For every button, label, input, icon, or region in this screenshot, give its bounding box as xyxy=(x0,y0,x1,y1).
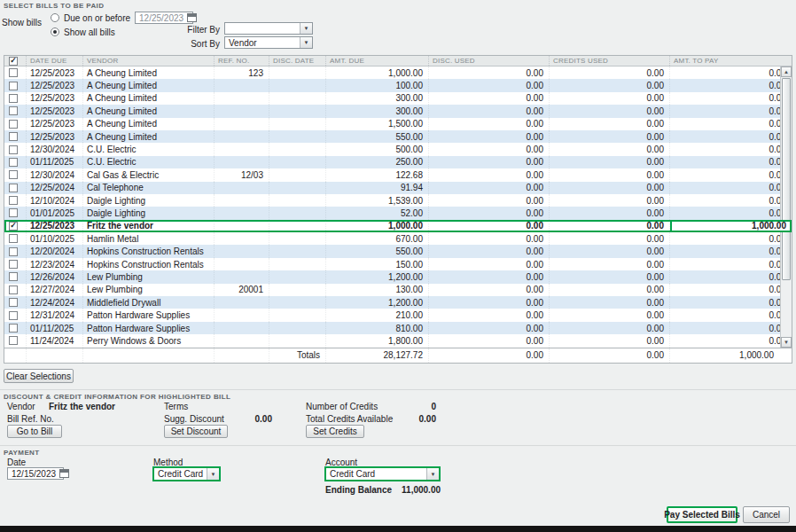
table-row[interactable]: 12/20/2024 Hopkins Construction Rentals … xyxy=(4,245,792,257)
cell-amt-to-pay[interactable]: 0.00 xyxy=(669,130,792,143)
row-checkbox[interactable] xyxy=(9,336,18,345)
cell-amt-to-pay[interactable]: 0.00 xyxy=(669,182,792,194)
row-checkbox[interactable] xyxy=(9,68,18,77)
cell-date-due: 12/26/2024 xyxy=(26,270,82,283)
cell-amt-to-pay[interactable]: 0.00 xyxy=(669,334,792,347)
table-row[interactable]: 12/31/2024 Patton Hardware Supplies 210.… xyxy=(4,309,792,321)
cell-amt-to-pay[interactable]: 0.00 xyxy=(669,79,792,91)
table-row[interactable]: 01/11/2025 Patton Hardware Supplies 810.… xyxy=(4,322,792,334)
row-checkbox[interactable] xyxy=(9,170,18,179)
table-row[interactable]: 12/25/2024 Cal Telephone 91.94 0.00 0.00… xyxy=(4,182,792,194)
row-checkbox[interactable] xyxy=(9,82,18,90)
row-checkbox[interactable] xyxy=(9,184,18,192)
cell-amt-due: 1,200.00 xyxy=(325,296,428,309)
table-row[interactable]: 12/25/2023 A Cheung Limited 1,500.00 0.0… xyxy=(4,118,792,130)
table-row[interactable]: 12/24/2024 Middlefield Drywall 1,200.00 … xyxy=(4,296,792,309)
cell-amt-to-pay[interactable]: 0.00 xyxy=(669,309,792,321)
cell-amt-to-pay[interactable]: 0.00 xyxy=(669,194,792,207)
table-scrollbar[interactable]: ▲ ▼ xyxy=(780,66,792,348)
cell-credits-used: 0.00 xyxy=(549,309,669,321)
row-checkbox[interactable] xyxy=(9,272,18,281)
set-discount-button[interactable]: Set Discount xyxy=(164,425,228,438)
cell-amt-to-pay[interactable]: 0.00 xyxy=(669,92,792,105)
row-checkbox[interactable] xyxy=(9,222,18,231)
row-checkbox[interactable] xyxy=(9,106,18,115)
chevron-down-icon[interactable]: ▼ xyxy=(300,23,312,34)
calendar-icon[interactable] xyxy=(187,13,197,22)
cell-amt-to-pay[interactable]: 0.00 xyxy=(669,245,792,257)
show-all-bills-radio[interactable] xyxy=(51,27,59,36)
cell-amt-to-pay[interactable]: 0.00 xyxy=(669,156,792,168)
cell-amt-to-pay[interactable]: 0.00 xyxy=(669,258,792,270)
cell-amt-to-pay[interactable]: 0.00 xyxy=(669,105,792,117)
scroll-up-icon[interactable]: ▲ xyxy=(781,66,792,77)
cell-amt-to-pay[interactable]: 0.00 xyxy=(669,143,792,155)
calendar-icon[interactable] xyxy=(59,469,69,478)
chevron-down-icon[interactable]: ▼ xyxy=(207,468,219,480)
payment-method-dropdown[interactable]: Credit Card ▼ xyxy=(152,466,221,481)
row-checkbox[interactable] xyxy=(9,120,18,129)
payment-date-input[interactable]: 12/15/2023 xyxy=(7,467,64,480)
table-row[interactable]: 12/23/2024 Hopkins Construction Rentals … xyxy=(4,258,792,270)
table-row[interactable]: 01/11/2025 C.U. Electric 250.00 0.00 0.0… xyxy=(4,156,792,168)
scroll-down-icon[interactable]: ▼ xyxy=(781,337,792,348)
row-checkbox[interactable] xyxy=(9,145,18,154)
cell-amt-to-pay[interactable]: 0.00 xyxy=(669,270,792,283)
cell-vendor: Middlefield Drywall xyxy=(82,296,214,309)
row-checkbox[interactable] xyxy=(9,247,18,256)
row-checkbox[interactable] xyxy=(9,196,18,205)
cell-amt-to-pay[interactable]: 0.00 xyxy=(669,168,792,181)
cell-amt-to-pay[interactable]: 0.00 xyxy=(669,207,792,219)
table-row[interactable]: 12/26/2024 Lew Plumbing 1,200.00 0.00 0.… xyxy=(4,270,792,283)
filter-by-dropdown[interactable]: ▼ xyxy=(224,22,313,35)
row-checkbox[interactable] xyxy=(9,132,18,141)
sort-by-dropdown[interactable]: Vendor ▼ xyxy=(224,36,313,49)
row-checkbox[interactable] xyxy=(9,311,18,320)
row-checkbox[interactable] xyxy=(9,298,18,307)
go-to-bill-button[interactable]: Go to Bill xyxy=(7,425,62,438)
table-row[interactable]: 01/10/2025 Hamlin Metal 670.00 0.00 0.00… xyxy=(4,232,792,245)
row-checkbox[interactable] xyxy=(9,158,18,167)
row-checkbox[interactable] xyxy=(9,260,18,269)
chevron-down-icon[interactable]: ▼ xyxy=(426,468,439,480)
table-row[interactable]: 12/25/2023 A Cheung Limited 300.00 0.00 … xyxy=(4,92,792,105)
set-credits-button[interactable]: Set Credits xyxy=(306,425,364,438)
cell-amt-to-pay[interactable]: 0.00 xyxy=(669,322,792,334)
scroll-thumb[interactable] xyxy=(782,78,791,280)
table-row[interactable]: 12/27/2024 Lew Plumbing 20001 130.00 0.0… xyxy=(4,284,792,296)
cell-amt-to-pay[interactable]: 1,000.00 xyxy=(669,220,792,232)
row-checkbox[interactable] xyxy=(9,286,18,294)
cell-amt-to-pay[interactable]: 0.00 xyxy=(669,118,792,130)
table-row[interactable]: 12/25/2023 A Cheung Limited 300.00 0.00 … xyxy=(4,105,792,117)
table-row[interactable]: 12/25/2023 A Cheung Limited 123 1,000.00… xyxy=(4,66,792,79)
table-row[interactable]: 01/01/2025 Daigle Lighting 52.00 0.00 0.… xyxy=(4,207,792,219)
table-row[interactable]: 12/25/2023 Fritz the vendor 1,000.00 0.0… xyxy=(4,220,792,232)
table-row[interactable]: 12/30/2024 Cal Gas & Electric 12/03 122.… xyxy=(4,168,792,181)
cell-amt-to-pay[interactable]: 0.00 xyxy=(669,66,792,79)
chevron-down-icon[interactable]: ▼ xyxy=(300,37,312,48)
number-of-credits-value: 0 xyxy=(372,402,436,411)
due-on-or-before-radio[interactable] xyxy=(51,13,59,22)
table-row[interactable]: 12/25/2023 A Cheung Limited 550.00 0.00 … xyxy=(4,130,792,143)
payment-account-dropdown[interactable]: Credit Card ▼ xyxy=(324,466,441,481)
due-date-input[interactable]: 12/25/2023 xyxy=(135,12,193,24)
cell-credits-used: 0.00 xyxy=(549,66,669,79)
cell-disc-date xyxy=(269,284,325,296)
cancel-button[interactable]: Cancel xyxy=(743,506,790,523)
table-row[interactable]: 11/24/2024 Perry Windows & Doors 1,800.0… xyxy=(4,334,792,347)
table-row[interactable]: 12/30/2024 C.U. Electric 500.00 0.00 0.0… xyxy=(4,143,792,155)
clear-selections-button[interactable]: Clear Selections xyxy=(4,369,74,383)
select-all-checkbox[interactable] xyxy=(9,57,18,66)
table-row[interactable]: 12/10/2024 Daigle Lighting 1,539.00 0.00… xyxy=(4,194,792,207)
row-checkbox[interactable] xyxy=(9,94,18,103)
cell-ref-no xyxy=(214,79,269,91)
table-row[interactable]: 12/25/2023 A Cheung Limited 100.00 0.00 … xyxy=(4,79,792,91)
pay-selected-bills-button[interactable]: Pay Selected Bills xyxy=(667,506,737,523)
number-of-credits-label: Number of Credits xyxy=(306,402,378,411)
row-checkbox[interactable] xyxy=(9,234,18,243)
row-checkbox[interactable] xyxy=(9,324,18,332)
cell-amt-to-pay[interactable]: 0.00 xyxy=(669,232,792,245)
row-checkbox[interactable] xyxy=(9,208,18,217)
cell-amt-to-pay[interactable]: 0.00 xyxy=(669,296,792,309)
cell-amt-to-pay[interactable]: 0.00 xyxy=(669,284,792,296)
